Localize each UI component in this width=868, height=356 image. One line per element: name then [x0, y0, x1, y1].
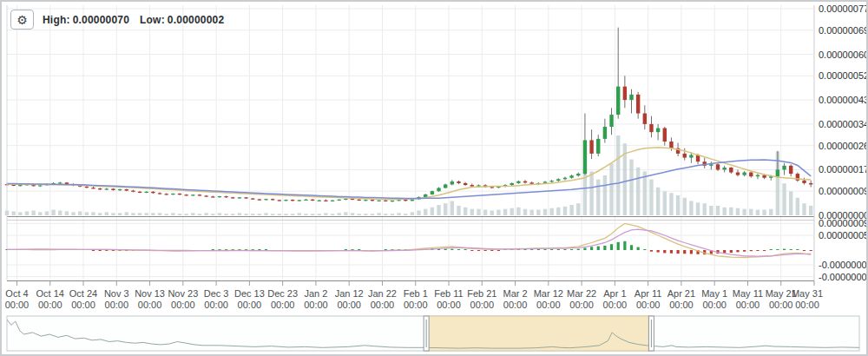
- candlestick[interactable]: [125, 189, 128, 191]
- candlestick[interactable]: [98, 188, 102, 189]
- candlestick[interactable]: [729, 168, 733, 173]
- candlestick[interactable]: [371, 200, 374, 201]
- candlestick[interactable]: [357, 200, 360, 201]
- candlestick[interactable]: [404, 200, 407, 201]
- candlestick[interactable]: [184, 194, 187, 195]
- candlestick[interactable]: [576, 174, 580, 175]
- candlestick[interactable]: [656, 129, 660, 133]
- candlestick[interactable]: [191, 194, 194, 195]
- candlestick[interactable]: [444, 184, 447, 188]
- candlestick[interactable]: [563, 178, 567, 180]
- candlestick[interactable]: [457, 181, 460, 183]
- candlestick[interactable]: [231, 197, 234, 198]
- candlestick[interactable]: [338, 200, 341, 201]
- candlestick[interactable]: [523, 181, 527, 183]
- candlestick[interactable]: [284, 200, 287, 201]
- candlestick[interactable]: [224, 196, 227, 197]
- candlestick[interactable]: [91, 188, 95, 188]
- candlestick[interactable]: [569, 175, 573, 177]
- navigator-selection[interactable]: [426, 316, 651, 351]
- candlestick[interactable]: [529, 182, 533, 184]
- candlestick[interactable]: [683, 154, 687, 158]
- candlestick[interactable]: [145, 192, 148, 193]
- candlestick[interactable]: [649, 124, 653, 132]
- candlestick[interactable]: [722, 168, 726, 169]
- candlestick[interactable]: [238, 197, 241, 198]
- candlestick[interactable]: [131, 191, 135, 192]
- candlestick[interactable]: [318, 201, 321, 201]
- candlestick[interactable]: [384, 201, 387, 201]
- settings-button[interactable]: ⚙: [10, 10, 34, 30]
- candlestick[interactable]: [431, 191, 434, 194]
- candlestick[interactable]: [782, 166, 786, 170]
- candlestick[interactable]: [802, 181, 806, 183]
- candlestick[interactable]: [663, 129, 667, 142]
- candlestick[interactable]: [85, 187, 89, 188]
- candlestick[interactable]: [165, 194, 168, 194]
- candlestick[interactable]: [218, 196, 221, 197]
- candlestick[interactable]: [258, 199, 261, 200]
- candlestick[interactable]: [38, 185, 42, 186]
- candlestick[interactable]: [211, 196, 214, 197]
- candlestick[interactable]: [18, 185, 22, 186]
- candlestick[interactable]: [623, 87, 627, 100]
- candlestick[interactable]: [490, 187, 494, 188]
- candlestick[interactable]: [278, 200, 281, 201]
- candlestick[interactable]: [609, 115, 613, 127]
- candlestick[interactable]: [271, 199, 274, 200]
- candlestick[interactable]: [311, 200, 314, 201]
- candlestick[interactable]: [776, 169, 779, 176]
- candlestick[interactable]: [643, 114, 647, 124]
- candlestick[interactable]: [158, 193, 161, 194]
- candlestick[interactable]: [629, 95, 633, 100]
- candlestick[interactable]: [344, 199, 347, 200]
- candlestick[interactable]: [171, 194, 174, 194]
- candlestick[interactable]: [603, 127, 607, 139]
- candlestick[interactable]: [596, 139, 600, 154]
- candlestick[interactable]: [762, 175, 766, 178]
- candlestick[interactable]: [151, 192, 155, 194]
- candlestick[interactable]: [669, 142, 673, 148]
- candlestick[interactable]: [198, 194, 201, 195]
- candlestick[interactable]: [58, 182, 62, 183]
- candlestick[interactable]: [749, 173, 753, 177]
- candlestick[interactable]: [549, 181, 553, 181]
- candlestick[interactable]: [583, 140, 587, 174]
- candlestick[interactable]: [742, 173, 746, 175]
- candlestick[interactable]: [616, 87, 620, 115]
- candlestick[interactable]: [351, 199, 354, 200]
- candlestick[interactable]: [450, 181, 454, 184]
- candlestick[interactable]: [304, 200, 307, 201]
- candlestick[interactable]: [324, 201, 327, 201]
- candlestick[interactable]: [809, 183, 812, 185]
- candlestick[interactable]: [251, 199, 254, 200]
- candlestick[interactable]: [736, 173, 740, 175]
- candlestick[interactable]: [244, 197, 247, 198]
- candlestick[interactable]: [298, 200, 301, 201]
- candlestick[interactable]: [178, 194, 181, 194]
- candlestick[interactable]: [138, 192, 141, 193]
- candlestick[interactable]: [636, 95, 640, 114]
- candlestick[interactable]: [756, 175, 760, 177]
- candlestick[interactable]: [204, 195, 207, 196]
- candlestick[interactable]: [689, 155, 693, 157]
- candlestick[interactable]: [470, 185, 474, 187]
- candlestick[interactable]: [391, 201, 394, 201]
- candlestick[interactable]: [716, 164, 720, 169]
- candlestick[interactable]: [789, 166, 792, 174]
- candlestick[interactable]: [556, 179, 560, 181]
- candlestick[interactable]: [111, 188, 115, 190]
- candlestick[interactable]: [589, 140, 593, 153]
- candlestick[interactable]: [464, 183, 467, 185]
- candlestick[interactable]: [377, 201, 380, 201]
- candlestick[interactable]: [510, 183, 514, 185]
- candlestick[interactable]: [437, 188, 440, 191]
- candlestick[interactable]: [264, 199, 267, 200]
- candlestick[interactable]: [709, 164, 713, 166]
- candlestick[interactable]: [118, 189, 122, 190]
- candlestick[interactable]: [105, 188, 108, 189]
- candlestick[interactable]: [291, 200, 294, 201]
- candlestick[interactable]: [516, 181, 520, 183]
- candlestick[interactable]: [331, 201, 334, 201]
- candlestick[interactable]: [364, 200, 367, 201]
